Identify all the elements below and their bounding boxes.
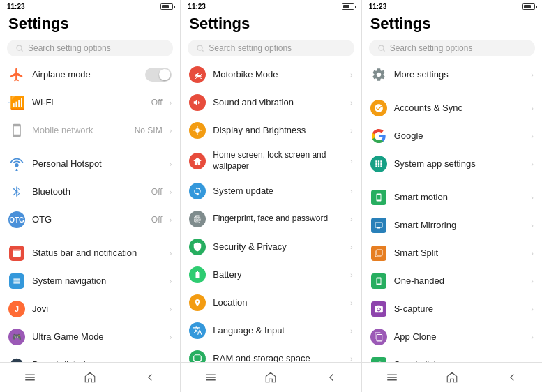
item-homescreen[interactable]: Home screen, lock screen and wallpaper › xyxy=(181,144,361,177)
security-text: Security & Privacy xyxy=(213,241,343,253)
item-sysupdate[interactable]: System update › xyxy=(181,177,361,205)
search-bar-1[interactable]: Search setting options xyxy=(7,40,173,56)
sysapp-label: System app settings xyxy=(394,158,525,170)
panel-title-2: Settings xyxy=(189,15,352,33)
status-icons-2 xyxy=(342,3,354,10)
item-mobile[interactable]: Mobile network No SIM › xyxy=(0,116,180,144)
item-sysapp[interactable]: System app settings › xyxy=(362,150,542,178)
bluetooth-arrow: › xyxy=(170,188,172,196)
item-motomode[interactable]: 🏍 Motorbike Mode › xyxy=(181,61,361,89)
item-dnd[interactable]: Do not disturb › xyxy=(0,351,180,362)
battery-label: Battery xyxy=(213,269,343,281)
onehanded-icon xyxy=(370,273,387,289)
item-smartclick[interactable]: Smart click › xyxy=(362,351,542,362)
nav-back-3[interactable] xyxy=(504,370,520,385)
nav-back-2[interactable] xyxy=(324,370,339,385)
sound-icon xyxy=(189,94,206,111)
item-display[interactable]: Display and Brightness › xyxy=(181,116,361,144)
nav-bars xyxy=(0,362,542,392)
time-2: 11:23 xyxy=(188,3,206,10)
item-wifi[interactable]: 📶 Wi-Fi Off › xyxy=(0,89,180,116)
moresettings-text: More settings xyxy=(394,69,525,81)
item-smartmotion[interactable]: Smart motion › xyxy=(362,183,542,211)
item-sysnav[interactable]: System navigation › xyxy=(0,267,180,295)
game-text: Ultra Game Mode xyxy=(32,331,163,343)
search-icon-1 xyxy=(15,44,24,52)
motomode-arrow: › xyxy=(350,70,353,79)
sound-text: Sound and vibration xyxy=(213,97,343,109)
item-sound[interactable]: Sound and vibration › xyxy=(181,89,361,116)
search-bar-3[interactable]: Search setting options xyxy=(369,40,535,56)
item-ram[interactable]: RAM and storage space › xyxy=(181,345,361,362)
homescreen-icon xyxy=(189,153,206,169)
item-location[interactable]: Location › xyxy=(181,289,361,317)
item-battery[interactable]: Battery › xyxy=(181,261,361,289)
language-arrow: › xyxy=(350,326,353,335)
homescreen-label: Home screen, lock screen and wallpaper xyxy=(213,150,343,172)
moresettings-icon xyxy=(370,66,387,83)
nav-menu-1[interactable] xyxy=(22,370,38,385)
appclone-text: App Clone xyxy=(394,331,525,343)
item-fingerprint[interactable]: Fingerprint, face and password › xyxy=(181,205,361,233)
fingerprint-label: Fingerprint, face and password xyxy=(213,213,343,225)
otg-text: OTG xyxy=(32,214,144,226)
dnd-text: Do not disturb xyxy=(32,359,163,362)
time-3: 11:23 xyxy=(369,3,387,10)
motomode-icon: 🏍 xyxy=(189,66,206,83)
item-smartsplit[interactable]: Smart Split › xyxy=(362,239,542,267)
item-smartmirror[interactable]: Smart Mirroring › xyxy=(362,211,542,239)
item-statusbar[interactable]: Status bar and notification › xyxy=(0,239,180,267)
airplane-toggle[interactable] xyxy=(145,68,172,82)
item-scapture[interactable]: S-capture › xyxy=(362,295,542,323)
smartclick-arrow: › xyxy=(531,361,534,362)
jovi-text: Jovi xyxy=(32,303,163,315)
item-airplane[interactable]: Airplane mode xyxy=(0,61,180,89)
item-security[interactable]: Security & Privacy › xyxy=(181,233,361,261)
display-text: Display and Brightness xyxy=(213,125,343,137)
sysupdate-text: System update xyxy=(213,186,343,197)
bluetooth-value: Off xyxy=(151,187,163,197)
nav-home-1[interactable] xyxy=(82,370,98,385)
google-label: Google xyxy=(394,130,525,142)
search-icon-2 xyxy=(196,44,204,52)
search-placeholder-1: Search setting options xyxy=(28,43,111,53)
item-jovi[interactable]: J Jovi › xyxy=(0,295,180,323)
nav-menu-3[interactable] xyxy=(384,370,400,385)
nav-home-3[interactable] xyxy=(444,370,460,385)
nav-home-2[interactable] xyxy=(263,370,278,385)
settings-list-2: 🏍 Motorbike Mode › Sound and vibration › xyxy=(181,61,361,362)
item-game[interactable]: 🎮 Ultra Game Mode › xyxy=(0,323,180,351)
item-accountsync[interactable]: Accounts & Sync › xyxy=(362,94,542,122)
sysupdate-arrow: › xyxy=(350,187,353,195)
dnd-label: Do not disturb xyxy=(32,359,163,362)
location-text: Location xyxy=(213,297,343,309)
battery-text: Battery xyxy=(213,269,343,281)
accountsync-label: Accounts & Sync xyxy=(394,103,525,114)
ram-arrow: › xyxy=(350,354,353,362)
statusbar-text: Status bar and notification xyxy=(32,248,163,259)
hotspot-label: Personal Hotspot xyxy=(32,158,163,170)
otg-icon: OTG xyxy=(8,211,25,228)
item-otg[interactable]: OTG OTG Off › xyxy=(0,206,180,234)
item-onehanded[interactable]: One-handed › xyxy=(362,267,542,295)
item-hotspot[interactable]: Personal Hotspot › xyxy=(0,150,180,178)
item-google[interactable]: Google › xyxy=(362,122,542,150)
jovi-icon: J xyxy=(8,301,25,317)
nav-menu-2[interactable] xyxy=(203,370,218,385)
ram-label: RAM and storage space xyxy=(213,353,343,362)
item-bluetooth[interactable]: Bluetooth Off › xyxy=(0,178,180,206)
google-arrow: › xyxy=(531,132,534,140)
statusbar-arrow: › xyxy=(170,249,172,257)
location-label: Location xyxy=(213,297,343,309)
svg-point-4 xyxy=(379,45,384,50)
spacer-p3b xyxy=(362,178,542,183)
item-moresettings[interactable]: More settings › xyxy=(362,61,542,89)
search-bar-2[interactable]: Search setting options xyxy=(188,40,354,56)
statusbar-icon xyxy=(8,245,25,262)
game-icon: 🎮 xyxy=(8,329,25,345)
mobile-icon xyxy=(8,122,25,139)
item-appclone[interactable]: App Clone › xyxy=(362,323,542,351)
fingerprint-icon xyxy=(189,211,206,227)
nav-back-1[interactable] xyxy=(142,370,158,385)
item-language[interactable]: Language & Input › xyxy=(181,317,361,345)
